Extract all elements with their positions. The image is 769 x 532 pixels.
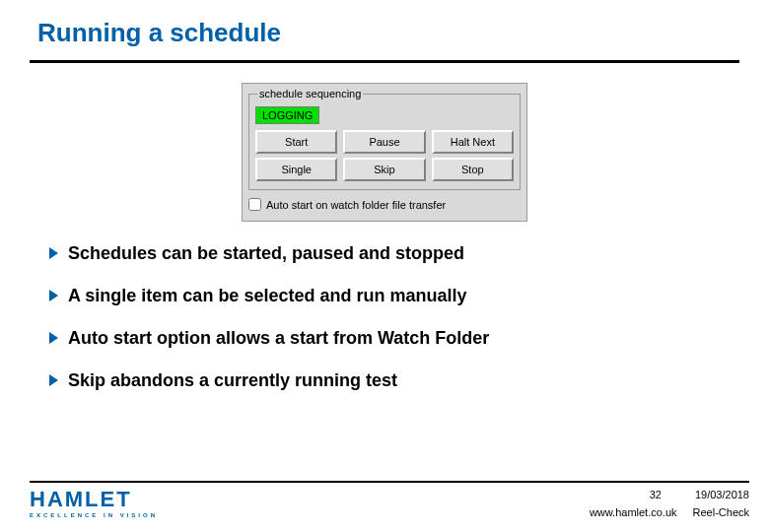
footer-meta: 32 19/03/2018 www.hamlet.co.uk Reel-Chec… — [572, 489, 749, 518]
bullet-icon — [49, 247, 58, 259]
bullet-icon — [49, 332, 58, 344]
schedule-sequencing-fieldset: schedule sequencing LOGGING Start Pause … — [248, 88, 521, 190]
bullet-text: Skip abandons a currently running test — [68, 370, 397, 391]
status-row: LOGGING — [255, 105, 514, 124]
footer-date: 19/03/2018 — [695, 489, 749, 500]
pause-button[interactable]: Pause — [343, 130, 425, 154]
logo-main: HAMLET — [30, 489, 158, 510]
auto-start-label: Auto start on watch folder file transfer — [266, 199, 446, 211]
bullet-text: Auto start option allows a start from Wa… — [68, 328, 489, 349]
auto-start-row[interactable]: Auto start on watch folder file transfer — [248, 198, 521, 211]
title-rule — [30, 60, 739, 63]
bullet-list: Schedules can be started, paused and sto… — [30, 243, 739, 391]
stop-button[interactable]: Stop — [432, 158, 514, 181]
slide: Running a schedule schedule sequencing L… — [0, 0, 769, 532]
footer-rule — [30, 481, 749, 483]
panel-container: schedule sequencing LOGGING Start Pause … — [30, 83, 739, 222]
schedule-panel: schedule sequencing LOGGING Start Pause … — [242, 83, 527, 222]
logo: HAMLET EXCELLENCE IN VISION — [30, 489, 158, 518]
fieldset-legend: schedule sequencing — [257, 88, 363, 100]
list-item: A single item can be selected and run ma… — [49, 286, 739, 306]
status-badge: LOGGING — [255, 106, 319, 124]
list-item: Schedules can be started, paused and sto… — [49, 243, 739, 264]
halt-next-button[interactable]: Halt Next — [432, 130, 514, 154]
auto-start-checkbox[interactable] — [248, 198, 261, 211]
single-button[interactable]: Single — [255, 158, 337, 181]
footer-line-2: www.hamlet.co.uk Reel-Check — [590, 506, 749, 518]
footer-line-1: 32 19/03/2018 — [650, 489, 749, 500]
bullet-icon — [49, 374, 58, 386]
footer: HAMLET EXCELLENCE IN VISION 32 19/03/201… — [30, 481, 749, 518]
logo-sub: EXCELLENCE IN VISION — [30, 512, 158, 518]
bullet-text: Schedules can be started, paused and sto… — [68, 243, 464, 264]
button-grid: Start Pause Halt Next Single Skip Stop — [255, 130, 514, 181]
skip-button[interactable]: Skip — [343, 158, 425, 181]
list-item: Auto start option allows a start from Wa… — [49, 328, 739, 349]
footer-row: HAMLET EXCELLENCE IN VISION 32 19/03/201… — [30, 489, 749, 518]
slide-title: Running a schedule — [30, 18, 739, 60]
footer-product: Reel-Check — [693, 506, 749, 518]
list-item: Skip abandons a currently running test — [49, 370, 739, 391]
start-button[interactable]: Start — [255, 130, 337, 154]
page-number: 32 — [650, 489, 662, 500]
footer-url: www.hamlet.co.uk — [590, 506, 677, 518]
bullet-text: A single item can be selected and run ma… — [68, 286, 466, 306]
bullet-icon — [49, 290, 58, 301]
